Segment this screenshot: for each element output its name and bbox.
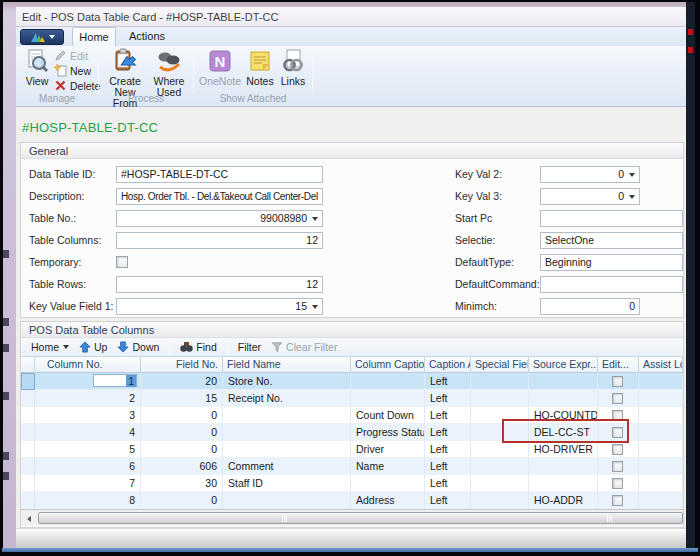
tab-home[interactable]: Home — [72, 27, 116, 46]
cell-column-caption[interactable]: Progress Status — [351, 424, 425, 441]
cell-edit[interactable] — [598, 458, 639, 475]
cell-caption-align[interactable]: Left — [425, 424, 471, 441]
field-input-data-table-id[interactable]: #HOSP-TABLE-DT-CC — [116, 166, 323, 183]
edit-checkbox[interactable] — [612, 376, 623, 387]
temporary-checkbox[interactable] — [116, 256, 128, 268]
row-selector[interactable] — [21, 373, 35, 390]
field-input-key-value-field-1[interactable]: 15 — [116, 298, 323, 315]
cell-assist[interactable] — [639, 475, 683, 492]
cell-special-field[interactable] — [471, 441, 529, 458]
cell-field-name[interactable] — [223, 492, 351, 509]
onenote-button[interactable]: N OneNote — [197, 48, 243, 87]
header-edit[interactable]: Edit... — [598, 357, 639, 373]
row-selector[interactable] — [21, 441, 35, 458]
cell-source-expression[interactable] — [529, 390, 598, 407]
cell-source-expression[interactable] — [529, 458, 598, 475]
cell-special-field[interactable] — [471, 475, 529, 492]
cell-field-no[interactable]: 606 — [141, 458, 223, 475]
cell-edit[interactable] — [598, 373, 639, 390]
cell-field-no[interactable]: 15 — [141, 390, 223, 407]
cell-assist[interactable] — [639, 458, 683, 475]
field-input-key-val-2[interactable]: 0 — [540, 166, 640, 183]
cell-edit[interactable] — [598, 441, 639, 458]
cell-source-expression[interactable] — [529, 475, 598, 492]
horizontal-scrollbar[interactable] — [21, 509, 683, 526]
field-input-selectie[interactable]: SelectOne — [540, 232, 683, 249]
cell-caption-align[interactable]: Left — [425, 373, 471, 390]
field-input-minimch[interactable]: 0 — [540, 298, 640, 315]
dropdown-arrow-icon[interactable] — [312, 217, 318, 221]
field-input-table-columns[interactable]: 12 — [116, 232, 323, 249]
cell-caption-align[interactable]: Left — [425, 475, 471, 492]
cell-column-no[interactable]: 6 — [35, 458, 141, 475]
edit-checkbox[interactable] — [612, 495, 623, 506]
cell-column-caption[interactable] — [351, 390, 425, 407]
notes-button[interactable]: Notes — [244, 48, 276, 87]
tab-actions[interactable]: Actions — [122, 27, 172, 46]
cell-special-field[interactable] — [471, 373, 529, 390]
cell-caption-align[interactable]: Left — [425, 458, 471, 475]
cell-caption-align[interactable]: Left — [425, 441, 471, 458]
scrollbar-thumb[interactable] — [38, 512, 683, 524]
cell-column-caption[interactable] — [351, 373, 425, 390]
cell-column-no[interactable]: 5 — [35, 441, 141, 458]
cell-field-name[interactable]: Staff ID — [223, 475, 351, 492]
part-header[interactable]: POS Data Table Columns — [21, 322, 683, 338]
cell-special-field[interactable] — [471, 492, 529, 509]
cell-source-expression[interactable]: HO-DRIVER — [529, 441, 598, 458]
cell-column-caption[interactable]: Address — [351, 492, 425, 509]
cell-caption-align[interactable]: Left — [425, 492, 471, 509]
cell-source-expression[interactable]: HO-ADDR — [529, 492, 598, 509]
table-row[interactable]: 6606CommentNameLeft — [21, 458, 683, 475]
header-assist[interactable]: Assist Look... — [639, 357, 683, 373]
general-fasttab-header[interactable]: General — [21, 143, 683, 159]
dropdown-arrow-icon[interactable] — [629, 173, 635, 177]
cell-field-no[interactable]: 0 — [141, 407, 223, 424]
cell-column-caption[interactable]: Name — [351, 458, 425, 475]
row-selector[interactable] — [21, 492, 35, 509]
cell-caption-align[interactable]: Left — [425, 407, 471, 424]
cell-field-no[interactable]: 0 — [141, 441, 223, 458]
cell-assist[interactable] — [639, 424, 683, 441]
cell-field-name[interactable] — [223, 424, 351, 441]
cell-column-no[interactable]: 4 — [35, 424, 141, 441]
row-selector[interactable] — [21, 407, 35, 424]
cell-field-no[interactable]: 20 — [141, 373, 223, 390]
cell-field-no[interactable]: 0 — [141, 424, 223, 441]
header-row-selector[interactable] — [21, 357, 35, 373]
field-input-table-rows[interactable]: 12 — [116, 276, 323, 293]
cell-column-no[interactable]: 7 — [35, 475, 141, 492]
cell-edit[interactable] — [598, 475, 639, 492]
field-input-table-no[interactable]: 99008980 — [116, 210, 323, 227]
scroll-left-arrow[interactable] — [23, 513, 35, 524]
header-column-no[interactable]: Column No. — [35, 357, 141, 373]
links-button[interactable]: Links — [277, 48, 309, 87]
cell-edit[interactable] — [598, 492, 639, 509]
cell-field-name[interactable]: Receipt No. — [223, 390, 351, 407]
cell-special-field[interactable] — [471, 458, 529, 475]
row-selector[interactable] — [21, 390, 35, 407]
cell-assist[interactable] — [639, 407, 683, 424]
cell-field-name[interactable] — [223, 407, 351, 424]
dropdown-arrow-icon[interactable] — [629, 195, 635, 199]
row-selector[interactable] — [21, 458, 35, 475]
row-selector[interactable] — [21, 475, 35, 492]
cell-caption-align[interactable]: Left — [425, 390, 471, 407]
header-column-caption[interactable]: Column Caption — [351, 357, 425, 373]
cell-assist[interactable] — [639, 441, 683, 458]
cell-column-no[interactable]: 3 — [35, 407, 141, 424]
field-input-description[interactable]: Hosp. Order Tbl. - Del.&Takeout Call Cen… — [116, 188, 323, 205]
row-selector[interactable] — [21, 424, 35, 441]
cell-field-no[interactable]: 0 — [141, 492, 223, 509]
cell-column-caption[interactable]: Count Down — [351, 407, 425, 424]
field-input-defaulttype[interactable]: Beginning — [540, 254, 683, 271]
cell-field-name[interactable] — [223, 441, 351, 458]
cell-column-caption[interactable]: Driver — [351, 441, 425, 458]
cell-field-name[interactable]: Store No. — [223, 373, 351, 390]
table-row[interactable]: 50DriverLeftHO-DRIVER — [21, 441, 683, 458]
find-button[interactable]: Find — [180, 341, 216, 353]
edit-checkbox[interactable] — [612, 478, 623, 489]
edit-checkbox[interactable] — [612, 444, 623, 455]
cell-column-no[interactable]: 8 — [35, 492, 141, 509]
cell-assist[interactable] — [639, 373, 683, 390]
